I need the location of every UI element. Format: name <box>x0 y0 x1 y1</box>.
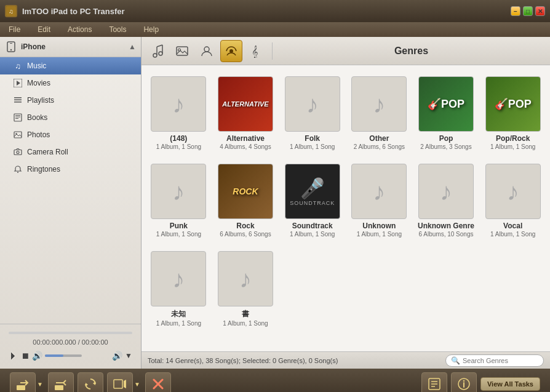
menu-file[interactable]: File <box>5 24 24 35</box>
info-button[interactable] <box>451 372 477 392</box>
genre-item-unknown-genre[interactable]: ♪ Unknown Genre 6 Albums, 10 Songs <box>415 159 477 241</box>
export-video-button[interactable] <box>107 372 133 392</box>
sidebar-label-music: Music <box>27 62 46 70</box>
import-button[interactable] <box>48 372 74 392</box>
genre-thumb-cjk2: ♪ <box>218 251 273 306</box>
genre-name-vocal: Vocal <box>503 222 522 230</box>
delete-button[interactable] <box>145 372 171 392</box>
menu-tools[interactable]: Tools <box>105 24 130 35</box>
genre-name-pop: Pop <box>439 134 453 143</box>
title-bar: ♫ ImTOO iPad to PC Transfer − □ ✕ <box>0 0 550 22</box>
genre-info-148: 1 Album, 1 Song <box>156 143 201 150</box>
status-text: Total: 14 Genre(s), 38 Song(s); Selected… <box>148 357 445 364</box>
genre-thumb-unknown-genre: ♪ <box>418 164 474 219</box>
genre-item-pop[interactable]: 🎸POP Pop 2 Albums, 3 Songs <box>415 71 477 154</box>
genre-item-punk[interactable]: ♪ Punk 1 Album, 1 Song <box>148 159 210 241</box>
svg-rect-10 <box>14 114 22 121</box>
sidebar-item-movies[interactable]: Movies <box>0 74 141 92</box>
photo-tab-button[interactable] <box>171 40 193 62</box>
genre-item-alternative[interactable]: ALTERNATIVE Alternative 4 Albums, 4 Song… <box>215 71 277 154</box>
close-button[interactable]: ✕ <box>535 6 545 16</box>
svg-rect-13 <box>15 118 18 119</box>
ringtones-icon <box>12 164 23 175</box>
genre-thumb-folk: ♪ <box>285 76 340 132</box>
genre-item-148[interactable]: ♪ (148) 1 Album, 1 Song <box>148 71 210 154</box>
movies-icon <box>12 78 23 89</box>
output-button[interactable]: ▼ <box>125 351 132 360</box>
camera-icon <box>12 146 23 158</box>
svg-point-45 <box>463 380 464 382</box>
genre-item-vocal[interactable]: ♪ Vocal 1 Album, 1 Song <box>482 159 544 241</box>
svg-rect-9 <box>14 102 22 103</box>
toolbar-separator <box>272 42 273 60</box>
bottom-toolbar: ▼ ▼ View All Tasks <box>0 369 550 392</box>
sidebar-item-music[interactable]: ♫ Music <box>0 57 141 74</box>
genre-item-cjk1[interactable]: ♪ 未知 1 Album, 1 Song <box>148 246 210 330</box>
svg-rect-12 <box>15 117 20 118</box>
device-icon <box>5 41 17 53</box>
search-input[interactable] <box>463 357 536 364</box>
genre-info-punk: 1 Album, 1 Song <box>156 231 201 238</box>
genre-thumb-alternative: ALTERNATIVE <box>218 76 273 132</box>
list-tab-button[interactable]: 𝄞 <box>245 40 267 62</box>
search-icon: 🔍 <box>451 356 460 365</box>
bottom-btn-left-group: ▼ ▼ <box>10 372 171 392</box>
books-icon <box>12 112 23 123</box>
sidebar-scroll-up[interactable]: ▲ <box>129 42 136 51</box>
stop-button[interactable]: ⏹ <box>21 351 30 361</box>
minimize-button[interactable]: − <box>511 6 520 16</box>
genre-item-unknown[interactable]: ♪ Unknown 1 Album, 1 Song <box>348 159 410 241</box>
genre-thumb-poprock: 🎸POP <box>485 76 541 132</box>
genre-info-other: 2 Albums, 6 Songs <box>354 143 405 150</box>
export-video-arrow[interactable]: ▼ <box>133 380 141 389</box>
contact-tab-button[interactable] <box>196 40 218 62</box>
genre-info-folk: 1 Album, 1 Song <box>290 143 335 150</box>
sidebar-item-camera-roll[interactable]: Camera Roll <box>0 143 141 161</box>
speaker-icon: 🔊 <box>112 351 122 361</box>
sidebar-item-playlists[interactable]: Playlists <box>0 92 141 109</box>
play-button[interactable]: ⏵ <box>9 350 18 361</box>
genre-item-rock[interactable]: ROCK Rock 6 Albums, 6 Songs <box>215 159 277 241</box>
volume-icon: 🔊 <box>32 351 42 361</box>
status-bar: Total: 14 Genre(s), 38 Song(s); Selected… <box>141 351 550 369</box>
genre-name-cjk2: 書 <box>242 309 249 319</box>
menu-actions[interactable]: Actions <box>64 24 95 35</box>
sidebar-item-photos[interactable]: Photos <box>0 126 141 143</box>
search-box: 🔍 <box>445 354 544 367</box>
content-toolbar: 𝄞 Genres <box>141 37 550 65</box>
genre-thumb-vocal: ♪ <box>485 164 541 219</box>
view-all-tasks-button[interactable]: View All Tasks <box>480 377 540 391</box>
export-to-button[interactable] <box>10 372 36 392</box>
export-arrow[interactable]: ▼ <box>36 380 44 389</box>
genre-item-cjk2[interactable]: ♪ 書 1 Album, 1 Song <box>215 246 277 330</box>
progress-bar-container <box>5 329 136 337</box>
genre-item-other[interactable]: ♪ Other 2 Albums, 6 Songs <box>348 71 410 154</box>
menu-help[interactable]: Help <box>140 24 162 35</box>
genre-item-soundtrack[interactable]: 🎤 SOUNDTRACK Soundtrack 1 Album, 1 Song <box>281 159 343 241</box>
sidebar-item-books[interactable]: Books <box>0 109 141 126</box>
genre-item-poprock[interactable]: 🎸POP Pop/Rock 1 Album, 1 Song <box>482 71 544 154</box>
genre-thumb-148: ♪ <box>151 76 206 132</box>
task-list-button[interactable] <box>421 372 447 392</box>
time-display: 00:00:000.000 / 00:00:00 <box>33 338 108 346</box>
genre-thumb-other: ♪ <box>351 76 407 132</box>
playlists-icon <box>12 95 23 106</box>
svg-rect-7 <box>14 97 22 98</box>
genre-info-poprock: 1 Album, 1 Song <box>490 143 535 150</box>
genre-thumb-rock: ROCK <box>218 164 273 219</box>
music-tab-button[interactable] <box>146 40 169 62</box>
volume-slider[interactable] <box>45 354 82 357</box>
svg-point-20 <box>159 52 162 55</box>
svg-line-23 <box>157 45 162 47</box>
genre-item-folk[interactable]: ♪ Folk 1 Album, 1 Song <box>281 71 343 154</box>
genre-name-unknown-genre: Unknown Genre <box>418 222 474 230</box>
sidebar-item-ringtones[interactable]: Ringtones <box>0 161 141 178</box>
svg-marker-6 <box>17 81 20 86</box>
menu-edit[interactable]: Edit <box>34 24 54 35</box>
svg-text:𝄞: 𝄞 <box>252 45 258 58</box>
genre-tab-button[interactable] <box>220 40 242 62</box>
maximize-button[interactable]: □ <box>523 6 533 16</box>
genre-info-soundtrack: 1 Album, 1 Song <box>290 231 335 238</box>
convert-button[interactable] <box>78 372 103 392</box>
genre-name-alternative: Alternative <box>226 134 265 143</box>
